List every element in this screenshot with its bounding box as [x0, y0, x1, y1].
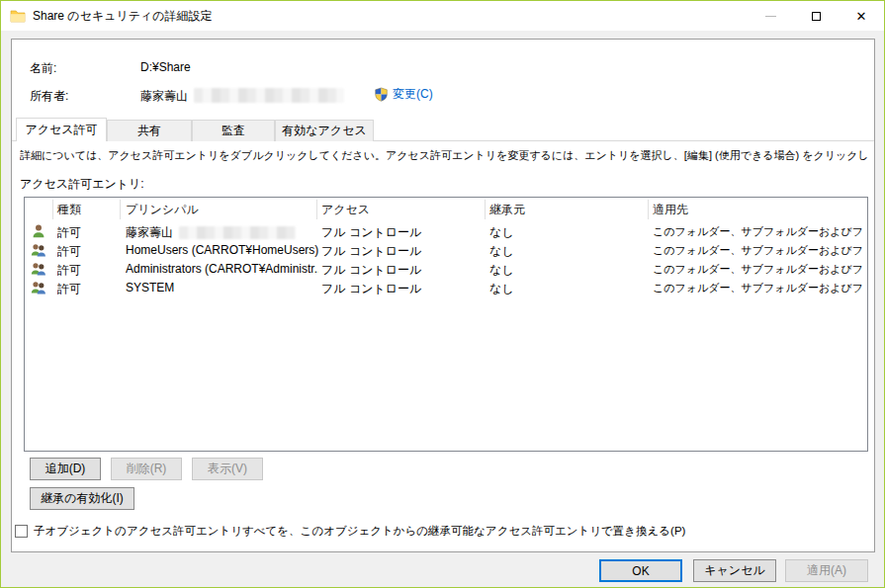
entry-inherited-from: なし: [489, 224, 648, 241]
entry-access: フル コントロール: [321, 262, 485, 279]
entry-type: 許可: [57, 243, 81, 260]
table-row[interactable]: 許可 SYSTEM フル コントロール なし このフォルダー、サブフォルダーおよ…: [25, 279, 867, 297]
title-bar: Share のセキュリティの詳細設定 ✕: [1, 1, 884, 31]
apply-button: 適用(A): [785, 559, 868, 582]
owner-value: 藤家薵山: [140, 88, 344, 105]
tab-strip: アクセス許可 共有 監査 有効なアクセス: [12, 118, 874, 141]
entry-applies-to: このフォルダー、サブフォルダーおよびファイル: [653, 281, 865, 295]
entry-applies-to: このフォルダー、サブフォルダーおよびファイル: [653, 224, 865, 239]
name-value: D:¥Share: [140, 60, 191, 74]
entry-type: 許可: [57, 224, 81, 241]
entry-applies-to: このフォルダー、サブフォルダーおよびファイル: [653, 262, 865, 277]
column-header-type[interactable]: 種類: [57, 202, 81, 218]
tab-permissions[interactable]: アクセス許可: [16, 118, 107, 141]
redacted-principal-text: [179, 226, 296, 239]
group-icon: [31, 261, 48, 278]
entry-access: フル コントロール: [321, 243, 485, 260]
tab-auditing[interactable]: 監査: [192, 120, 275, 141]
change-owner-link[interactable]: 変更(C): [393, 86, 433, 103]
view-button: 表示(V): [192, 458, 263, 480]
entry-inherited-from: なし: [489, 243, 648, 260]
entries-label: アクセス許可エントリ:: [20, 176, 144, 193]
group-icon: [31, 280, 48, 296]
table-row[interactable]: 許可 藤家薵山 フル コントロール なし このフォルダー、サブフォルダーおよびフ…: [25, 222, 867, 241]
entry-principal: SYSTEM: [126, 281, 318, 294]
uac-shield-icon: [374, 87, 389, 102]
tab-effective-access[interactable]: 有効なアクセス: [275, 120, 374, 141]
entry-principal: HomeUsers (CARROT¥HomeUsers): [126, 243, 318, 257]
folder-icon: [10, 8, 26, 24]
description-text: 詳細については、アクセス許可エントリをダブルクリックしてください。アクセス許可エ…: [20, 148, 870, 163]
tab-share[interactable]: 共有: [107, 120, 192, 141]
table-row[interactable]: 許可 Administrators (CARROT¥Administr... フ…: [25, 260, 867, 279]
add-button[interactable]: 追加(D): [30, 458, 101, 480]
entry-inherited-from: なし: [489, 281, 648, 297]
dialog-footer: OK キャンセル 適用(A): [1, 552, 885, 588]
minimize-button: [748, 1, 793, 31]
cancel-button[interactable]: キャンセル: [693, 559, 776, 582]
window-title: Share のセキュリティの詳細設定: [33, 8, 213, 25]
column-header-inherited-from[interactable]: 継承元: [489, 202, 525, 218]
entry-principal: 藤家薵山: [126, 224, 318, 241]
entry-access: フル コントロール: [321, 281, 485, 297]
column-header-principal[interactable]: プリンシパル: [126, 202, 199, 218]
redacted-owner-text: [194, 88, 344, 103]
owner-label: 所有者:: [30, 88, 68, 105]
entry-type: 許可: [57, 262, 81, 279]
entry-principal: Administrators (CARROT¥Administr...: [126, 262, 318, 276]
enable-inheritance-button[interactable]: 継承の有効化(I): [30, 487, 134, 510]
column-header-applies-to[interactable]: 適用先: [653, 202, 688, 218]
entry-applies-to: このフォルダー、サブフォルダーおよびファイル: [653, 243, 865, 258]
main-panel: 名前: D:¥Share 所有者: 藤家薵山 変更(C) アクセス許可 共有 監…: [11, 39, 875, 552]
entry-inherited-from: なし: [489, 262, 648, 279]
entry-principal-text: 藤家薵山: [126, 225, 173, 239]
replace-permissions-checkbox[interactable]: [15, 525, 28, 538]
entry-type: 許可: [57, 281, 81, 297]
table-header: 種類 プリンシパル アクセス 継承元 適用先: [25, 198, 867, 222]
column-header-access[interactable]: アクセス: [321, 202, 370, 218]
close-button[interactable]: ✕: [839, 1, 884, 31]
remove-button: 削除(R): [111, 458, 182, 480]
ok-button[interactable]: OK: [599, 559, 682, 582]
permission-entries-table: 種類 プリンシパル アクセス 継承元 適用先 許可 藤家薵山 フル コントロール…: [24, 197, 868, 452]
table-row[interactable]: 許可 HomeUsers (CARROT¥HomeUsers) フル コントロー…: [25, 241, 867, 260]
advanced-security-dialog: Share のセキュリティの詳細設定 ✕ 名前: D:¥Share 所有者: 藤…: [0, 0, 885, 588]
name-label: 名前:: [30, 60, 56, 77]
maximize-button[interactable]: [793, 1, 839, 31]
user-icon: [31, 223, 48, 240]
replace-permissions-label[interactable]: 子オブジェクトのアクセス許可エントリすべてを、このオブジェクトからの継承可能なア…: [34, 524, 685, 539]
entry-access: フル コントロール: [321, 224, 485, 241]
group-icon: [31, 242, 48, 259]
